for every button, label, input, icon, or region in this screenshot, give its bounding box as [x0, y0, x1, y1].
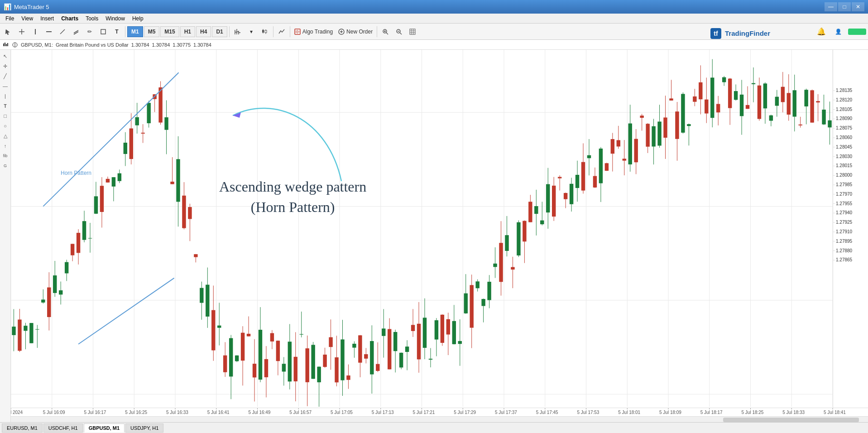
tab-usdchf[interactable]: USDCHF, H1	[43, 423, 83, 433]
chart-area[interactable]: Ascending wedge pattern (Horn Pattern)	[11, 50, 833, 408]
grid-btn[interactable]	[406, 25, 419, 38]
menu-tools[interactable]: Tools	[82, 14, 102, 23]
separator-2	[229, 26, 230, 37]
trendline-tool[interactable]	[56, 25, 69, 38]
window-controls: — □ ✕	[825, 2, 864, 11]
chart-with-axis: Ascending wedge pattern (Horn Pattern)	[11, 50, 868, 408]
svg-rect-42	[5, 43, 5, 46]
lt-crosshair[interactable]: ✛	[1, 62, 10, 71]
lt-text[interactable]: T	[1, 101, 10, 111]
menu-file[interactable]: File	[2, 14, 18, 23]
lt-vline[interactable]: |	[1, 91, 10, 101]
menu-help[interactable]: Help	[129, 14, 147, 23]
lt-fibonacci[interactable]: fib	[1, 151, 10, 160]
scroll-thumb[interactable]	[723, 418, 859, 422]
maximize-button[interactable]: □	[838, 2, 851, 11]
tab-gbpusd[interactable]: GBPUSD, M1	[84, 423, 125, 433]
notifications-btn[interactable]: 🔔	[815, 25, 828, 38]
menu-window[interactable]: Window	[102, 14, 129, 23]
tf-h1[interactable]: H1	[180, 26, 195, 37]
tf-h4[interactable]: H4	[196, 26, 211, 37]
chart-symbol-icon	[12, 42, 18, 48]
indicators-btn[interactable]	[275, 25, 288, 38]
tf-d1[interactable]: D1	[212, 26, 227, 37]
tf-logo-icon: tf	[710, 27, 722, 40]
horizontal-line-tool[interactable]	[43, 25, 55, 38]
menu-charts[interactable]: Charts	[58, 14, 82, 23]
chart-type-btn[interactable]	[231, 25, 244, 38]
zoom-in-btn[interactable]	[379, 25, 392, 38]
crosshair-tool[interactable]	[15, 25, 28, 38]
channel-tool[interactable]	[70, 25, 82, 38]
svg-rect-18	[265, 30, 267, 33]
pencil-tool[interactable]: ✏	[83, 25, 96, 38]
tf-m1[interactable]: M1	[127, 26, 143, 37]
svg-line-32	[400, 33, 402, 34]
new-order-label: New Order	[346, 29, 373, 35]
user-btn[interactable]: 👤	[832, 25, 844, 38]
svg-rect-41	[3, 43, 4, 46]
zoom-out-btn[interactable]	[393, 25, 405, 38]
separator-4	[290, 26, 290, 37]
chart-canvas	[11, 50, 833, 407]
chart-container: Ascending wedge pattern (Horn Pattern)	[11, 50, 868, 422]
chart-price3: 1.30775	[173, 42, 191, 48]
tf-logo-text: TradingFinder	[725, 29, 770, 37]
trading-finder-logo: tf TradingFinder	[710, 27, 770, 40]
minimize-button[interactable]: —	[825, 2, 837, 11]
chart-description: Great Britain Pound vs US Dollar	[56, 42, 129, 48]
svg-rect-15	[262, 30, 264, 33]
svg-rect-34	[410, 29, 415, 34]
menu-view[interactable]: View	[18, 14, 37, 23]
svg-line-4	[60, 29, 65, 34]
candlestick-btn[interactable]	[259, 25, 271, 38]
lt-cursor[interactable]: ↖	[1, 52, 10, 61]
tf-m5[interactable]: M5	[144, 26, 160, 37]
chart-price2: 1.30784	[152, 42, 170, 48]
lt-triangle[interactable]: △	[1, 131, 10, 140]
shapes-tool[interactable]	[97, 25, 110, 38]
new-order-btn[interactable]: New Order	[336, 25, 375, 38]
chart-price4: 1.30784	[193, 42, 211, 48]
lt-arrow[interactable]: ↑	[1, 141, 10, 150]
tab-eurusd[interactable]: EURUSD, M1	[2, 423, 43, 433]
lt-line[interactable]: ╱	[1, 72, 10, 81]
chart-info-icon	[3, 42, 9, 48]
svg-rect-7	[101, 29, 106, 34]
menu-insert[interactable]: Insert	[37, 14, 58, 23]
text-tool[interactable]: T	[110, 25, 123, 38]
tf-m15[interactable]: M15	[160, 26, 179, 37]
price-axis	[833, 50, 868, 408]
svg-line-28	[386, 33, 388, 34]
app-icon: 📊	[4, 3, 11, 10]
lt-rect[interactable]: □	[1, 111, 10, 120]
lt-gann[interactable]: G	[1, 161, 10, 170]
chart-scrollbar[interactable]	[11, 416, 868, 422]
toolbar: ✏ T M1 M5 M15 H1 H4 D1 ▾ Algo Trading Ne…	[0, 24, 868, 40]
separator-5	[377, 26, 377, 37]
vertical-line-tool[interactable]	[29, 25, 42, 38]
left-toolbar: ↖ ✛ ╱ — | T □ ○ △ ↑ fib G	[0, 50, 11, 422]
time-axis	[11, 408, 868, 416]
time-canvas	[11, 408, 868, 416]
svg-text:tf: tf	[714, 30, 718, 37]
titlebar: 📊 MetaTrader 5 — □ ✕	[0, 0, 868, 14]
lt-ellipse[interactable]: ○	[1, 121, 10, 130]
titlebar-title: MetaTrader 5	[14, 4, 49, 10]
chart-type-dropdown[interactable]: ▾	[245, 25, 258, 38]
close-button[interactable]: ✕	[852, 2, 864, 11]
algo-trading-label: Algo Trading	[302, 29, 333, 35]
svg-line-6	[74, 32, 78, 34]
tab-usdjpy[interactable]: USDJPY, H1	[125, 423, 163, 433]
chart-price1: 1.30784	[131, 42, 149, 48]
lt-hline[interactable]: —	[1, 82, 10, 91]
algo-trading-btn[interactable]: Algo Trading	[292, 25, 335, 38]
chart-info-bar: GBPUSD, M1: Great Britain Pound vs US Do…	[0, 40, 868, 50]
bottom-tabs: EURUSD, M1 USDCHF, H1 GBPUSD, M1 USDJPY,…	[0, 422, 868, 433]
menubar: File View Insert Charts Tools Window Hel…	[0, 14, 868, 24]
price-canvas	[833, 50, 868, 407]
svg-line-5	[74, 30, 78, 33]
main-area: ↖ ✛ ╱ — | T □ ○ △ ↑ fib G Ascending wedg…	[0, 50, 868, 422]
cursor-tool[interactable]	[2, 25, 14, 38]
status-btn[interactable]	[848, 29, 866, 35]
